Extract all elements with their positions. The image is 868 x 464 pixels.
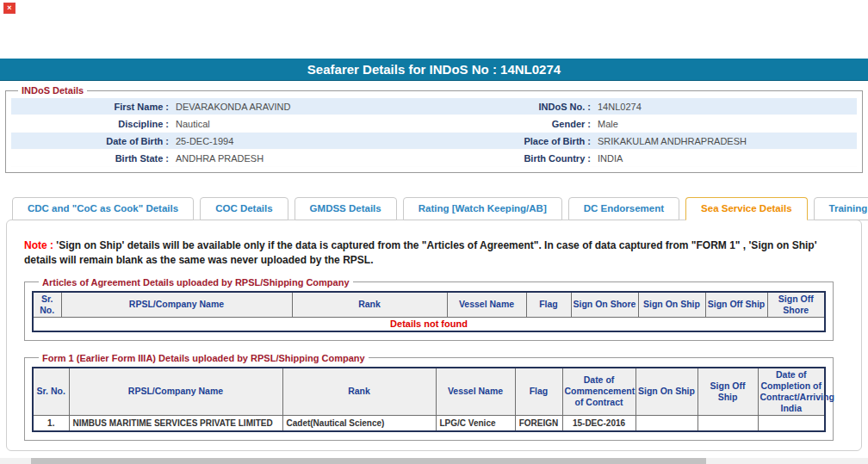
tab-training-details[interactable]: Training Details: [814, 197, 868, 220]
completion-date-cell: [758, 416, 825, 431]
column-header: Rank: [292, 292, 447, 318]
date-of-birth-label: Date of Birth :: [11, 136, 173, 146]
form1-table: Sr. No. RPSL/Company Name Rank Vessel Na…: [32, 367, 826, 432]
column-header: Date of Commencement of Contract: [562, 368, 636, 416]
empty-message-row: Details not found: [33, 318, 825, 331]
articles-of-agreement-legend: Articles of Agreement Details uploaded b…: [39, 277, 353, 288]
note-prefix: Note :: [24, 239, 53, 251]
column-header: Vessel Name: [447, 292, 526, 318]
place-of-birth-label: Place of Birth :: [430, 136, 595, 146]
gender-label: Gender :: [430, 119, 595, 129]
indos-row: Birth State : ANDHRA PRADESH Birth Count…: [11, 150, 857, 167]
table-row: 1. NIMBUS MARITIME SERVICES PRIVATE LIMI…: [33, 416, 825, 431]
place-of-birth-value: SRIKAKULAM ANDHRAPRADESH: [595, 136, 857, 146]
column-header: RPSL/Company Name: [69, 368, 282, 416]
column-header: Sign On Shore: [571, 292, 638, 318]
horizontal-scrollbar[interactable]: [0, 458, 868, 464]
form1-legend: Form 1 (Earlier Form IIIA) Details uploa…: [39, 353, 369, 363]
tab-gmdss-details[interactable]: GMDSS Details: [294, 197, 397, 220]
note-text: Note : 'Sign on Ship' details will be av…: [24, 238, 846, 269]
sr-no-cell: 1.: [33, 416, 69, 431]
sign-on-ship-cell: [636, 416, 698, 431]
vessel-name-cell: LPG/C Venice: [436, 416, 515, 431]
tab-cdc-coc-as-cook-details[interactable]: CDC and "CoC as Cook" Details: [12, 197, 194, 220]
horizontal-scrollbar-thumb[interactable]: [31, 458, 706, 464]
column-header: Flag: [515, 368, 562, 416]
indos-row: First Name : DEVARAKONDA ARAVIND INDoS N…: [11, 98, 857, 115]
column-header: Flag: [526, 292, 571, 318]
indos-row: Date of Birth : 25-DEC-1994 Place of Bir…: [11, 133, 857, 150]
column-header: Sr. No.: [33, 368, 69, 416]
birth-state-label: Birth State :: [11, 153, 173, 164]
column-header: Date of Completion of Contract/Arriving …: [758, 368, 825, 416]
date-of-birth-value: 25-DEC-1994: [173, 136, 430, 146]
birth-state-value: ANDHRA PRADESH: [173, 153, 430, 164]
column-header: Sr. No.: [33, 292, 61, 318]
tab-rating-watch-keeping-ab[interactable]: Rating [Watch Keeping/AB]: [403, 197, 562, 220]
first-name-label: First Name :: [11, 102, 173, 112]
column-header: Vessel Name: [436, 368, 515, 416]
indos-no-label: INDoS No. :: [430, 102, 595, 112]
commencement-date-cell: 15-DEC-2016: [562, 416, 636, 431]
indos-row: Discipline : Nautical Gender : Male: [11, 115, 857, 133]
gender-value: Male: [595, 119, 857, 129]
column-header: Sign Off Ship: [705, 292, 767, 318]
indos-no-value: 14NL0274: [595, 102, 857, 112]
column-header: Sign Off Ship: [698, 368, 758, 416]
tab-coc-details[interactable]: COC Details: [200, 197, 288, 220]
form1-section: Form 1 (Earlier Form IIIA) Details uploa…: [24, 353, 834, 441]
table-header-row: Sr. No. RPSL/Company Name Rank Vessel Na…: [33, 292, 825, 318]
birth-country-label: Birth Country :: [430, 153, 595, 164]
note-body: 'Sign on Ship' details will be available…: [24, 239, 817, 266]
sign-off-ship-cell: [698, 416, 758, 431]
table-header-row: Sr. No. RPSL/Company Name Rank Vessel Na…: [33, 368, 825, 416]
sea-service-details-panel: Note : 'Sign on Ship' details will be av…: [6, 220, 862, 451]
indos-details-legend: INDoS Details: [18, 85, 87, 96]
tab-sea-service-details[interactable]: Sea Service Details: [685, 197, 808, 220]
column-header: RPSL/Company Name: [61, 292, 292, 318]
column-header: Sign On Ship: [636, 368, 698, 416]
broken-image-icon: ×: [3, 3, 16, 14]
articles-of-agreement-table: Sr. No. RPSL/Company Name Rank Vessel Na…: [32, 291, 826, 332]
tab-bar: CDC and "CoC as Cook" Details COC Detail…: [12, 197, 868, 220]
company-name-cell: NIMBUS MARITIME SERVICES PRIVATE LIMITED: [69, 416, 282, 431]
indos-details-section: INDoS Details First Name : DEVARAKONDA A…: [5, 85, 863, 173]
column-header: Sign On Ship: [638, 292, 705, 318]
column-header: Rank: [282, 368, 436, 416]
column-header: Sign Off Shore: [767, 292, 825, 318]
page-title: Seafarer Details for INDoS No : 14NL0274: [0, 59, 868, 81]
discipline-value: Nautical: [173, 119, 430, 129]
articles-of-agreement-section: Articles of Agreement Details uploaded b…: [24, 277, 834, 341]
first-name-value: DEVARAKONDA ARAVIND: [173, 102, 430, 112]
tab-dc-endorsement[interactable]: DC Endorsement: [568, 197, 679, 220]
details-not-found-message: Details not found: [33, 318, 825, 331]
flag-cell: FOREIGN: [515, 416, 562, 431]
birth-country-value: INDIA: [595, 153, 857, 164]
discipline-label: Discipline :: [11, 119, 173, 129]
rank-cell: Cadet(Nautical Science): [282, 416, 436, 431]
